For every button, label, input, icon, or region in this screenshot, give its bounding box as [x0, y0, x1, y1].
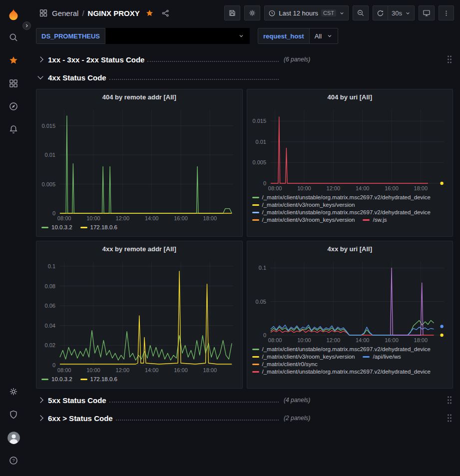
legend-item[interactable]: /_matrix/client/unstable/org.matrix.msc2… [252, 194, 431, 200]
legend-label: /_matrix/client/unstable/org.matrix.msc2… [262, 209, 431, 215]
row-title-wrap: 6xx > Status Code [48, 414, 282, 423]
y-tick-label: 0.005 [41, 181, 55, 187]
panel-title[interactable]: 4xx by remote addr [All] [36, 241, 242, 256]
gear-icon [248, 9, 256, 17]
sidebar-item-starred[interactable] [0, 49, 27, 72]
breadcrumb-folder[interactable]: General [52, 9, 78, 17]
share-icon[interactable] [161, 9, 170, 17]
legend-label: /_matrix/client/unstable/org.matrix.msc2… [262, 194, 431, 200]
sidebar-item-configuration[interactable] [0, 380, 27, 403]
legend-item[interactable]: /_matrix/client/v3/room_keys/version [252, 202, 355, 208]
y-tick-label: 0.01 [255, 139, 266, 145]
drag-handle-icon[interactable] [447, 396, 452, 404]
y-tick-label: 0.1 [258, 265, 266, 271]
compass-icon [8, 101, 18, 111]
row-title: 1xx - 3xx - 2xx Status Code [48, 55, 144, 64]
refresh-button[interactable] [373, 5, 388, 20]
legend-item[interactable]: /_matrix/client/v3/room_keys/version [252, 217, 355, 223]
sidebar-item-explore[interactable] [0, 95, 27, 118]
chart-canvas: 08:0010:0012:0014:0016:0018:0000.020.040… [36, 256, 242, 375]
legend-item[interactable]: /_matrix/client/r0/sync [252, 361, 318, 367]
star-icon [8, 55, 18, 65]
y-tick-label: 0.06 [45, 303, 55, 309]
more-menu-button[interactable] [439, 5, 454, 20]
legend-swatch [41, 379, 48, 380]
save-dashboard-button[interactable] [224, 5, 240, 20]
panel-4xx-by-remote-addr: 4xx by remote addr [All] 08:0010:0012:00… [36, 241, 243, 389]
legend-item[interactable]: 172.18.0.6 [80, 376, 117, 382]
legend-label: /_matrix/client/v3/room_keys/version [262, 217, 355, 223]
sidebar-item-profile[interactable] [0, 426, 27, 449]
x-tick-label: 18:00 [203, 367, 217, 373]
favorite-star-icon[interactable] [145, 9, 154, 17]
chart-4xx-by-uri[interactable]: 08:0010:0012:0014:0016:0018:0000.050.1 [247, 256, 453, 345]
legend-item[interactable]: /sw.js [363, 217, 387, 223]
grafana-app: ? General / NGINX PROXY [0, 0, 460, 476]
chart-404-by-remote-addr[interactable]: 08:0010:0012:0014:0016:0018:0000.0050.01… [36, 104, 242, 223]
y-tick-label: 0.08 [45, 283, 55, 289]
panel-4xx-by-uri: 4xx by uri [All] 08:0010:0012:0014:0016:… [247, 241, 454, 389]
x-tick-label: 14:00 [145, 215, 159, 221]
chevron-down-icon [238, 33, 244, 39]
y-tick-label: 0 [263, 332, 266, 338]
request-host-select[interactable]: All [310, 28, 338, 44]
dashboard-row-1xx-3xx-2xx[interactable]: 1xx - 3xx - 2xx Status Code (6 panels) [36, 53, 453, 66]
breadcrumb-dashboard-title[interactable]: NGINX PROXY [88, 9, 140, 17]
sidebar-item-alerting[interactable] [0, 118, 27, 141]
grafana-logo[interactable] [0, 3, 27, 26]
drag-handle-icon[interactable] [447, 414, 452, 422]
chart-4xx-by-remote-addr[interactable]: 08:0010:0012:0014:0016:0018:0000.020.040… [36, 256, 242, 375]
y-tick-label: 0.015 [41, 123, 55, 129]
legend-item[interactable]: /api/live/ws [363, 354, 401, 360]
shield-icon [8, 410, 18, 420]
time-range-picker[interactable]: Last 12 hours CST [264, 5, 349, 20]
panel-title-text: 4xx by uri [All] [327, 245, 372, 253]
sidebar-item-search[interactable] [0, 26, 27, 49]
cycle-view-button[interactable] [419, 5, 435, 20]
datasource-select[interactable] [105, 28, 250, 44]
kebab-icon [443, 9, 450, 17]
legend-item[interactable]: /_matrix/client/unstable/org.matrix.msc2… [252, 346, 431, 352]
panel-grid: 404 by remote addr [All] 08:0010:0012:00… [36, 89, 453, 389]
row-panel-count: (4 panels) [284, 397, 310, 404]
zoom-out-button[interactable] [353, 5, 369, 20]
legend-item[interactable]: 10.0.3.2 [41, 376, 72, 382]
chart-404-by-uri[interactable]: 08:0010:0012:0014:0016:0018:0000.0050.01… [247, 104, 453, 193]
sidebar-item-help[interactable]: ? [0, 449, 27, 472]
x-tick-label: 10:00 [297, 337, 311, 343]
legend-swatch [252, 364, 259, 365]
refresh-interval-picker[interactable]: 30s [388, 5, 415, 20]
series-point [440, 325, 443, 328]
legend-item[interactable]: 10.0.3.2 [41, 224, 72, 230]
panel-title[interactable]: 404 by uri [All] [247, 89, 453, 104]
legend-item[interactable]: /_matrix/client/v3/room_keys/version [252, 354, 355, 360]
y-tick-label: 0.01 [45, 152, 55, 158]
variable-label-request-host[interactable]: request_host [258, 28, 310, 44]
panel-title[interactable]: 4xx by uri [All] [247, 241, 453, 256]
sidebar-item-dashboards[interactable] [0, 72, 27, 95]
legend-label: 172.18.0.6 [90, 376, 117, 382]
legend-swatch [252, 349, 259, 350]
dashboard-row-5xx[interactable]: 5xx Status Code (4 panels) [36, 394, 453, 407]
row-title-wrap: 5xx Status Code [48, 396, 282, 405]
dashboard-row-4xx[interactable]: 4xx Status Code [36, 71, 453, 84]
panel-title[interactable]: 404 by remote addr [All] [36, 89, 242, 104]
time-range-label: Last 12 hours [279, 9, 318, 17]
drag-handle-icon[interactable] [447, 55, 452, 63]
sidebar-expand-button[interactable] [22, 21, 31, 30]
clock-icon [268, 9, 276, 17]
legend-label: /_matrix/client/unstable/org.matrix.msc2… [262, 369, 431, 375]
legend-item[interactable]: /_matrix/client/unstable/org.matrix.msc2… [252, 369, 431, 375]
legend-label: 172.18.0.6 [90, 224, 117, 230]
variable-label-datasource[interactable]: DS_PROMETHEUS [36, 28, 105, 44]
legend-item[interactable]: 172.18.0.6 [80, 224, 117, 230]
sidebar-item-server-admin[interactable] [0, 403, 27, 426]
chevron-down-icon [37, 73, 43, 79]
panel-title-text: 404 by remote addr [All] [102, 93, 176, 101]
chart-canvas: 08:0010:0012:0014:0016:0018:0000.0050.01… [247, 104, 453, 193]
legend-item[interactable]: /_matrix/client/unstable/org.matrix.msc2… [252, 209, 431, 215]
dashboard-settings-button[interactable] [244, 5, 260, 20]
x-tick-label: 16:00 [385, 185, 399, 191]
legend-label: /_matrix/client/unstable/org.matrix.msc2… [262, 346, 431, 352]
dashboard-row-6xx[interactable]: 6xx > Status Code (2 panels) [36, 412, 453, 425]
